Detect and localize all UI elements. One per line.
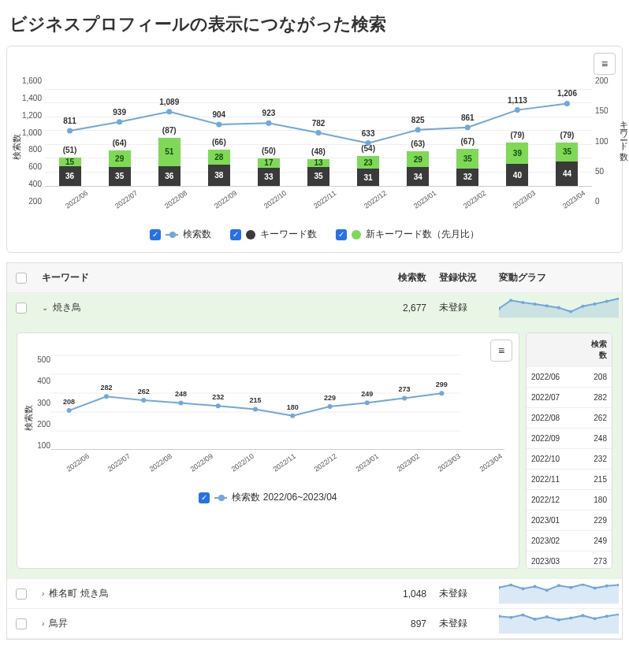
keyword-table: キーワード 検索数 登録状況 変動グラフ ⌄焼き鳥 2,677 未登録 ≡ 検索… [6,262,623,640]
svg-point-66 [569,616,572,619]
header-trend: 変動グラフ [496,263,622,292]
svg-point-35 [216,403,221,408]
row-checkbox[interactable] [16,588,27,600]
status-cell: 未登録 [433,293,496,322]
detail-plot: 208282262248232215180229249273299 [50,355,504,450]
select-all-checkbox[interactable] [16,273,27,284]
table-body: ⌄焼き鳥 2,677 未登録 ≡ 検索数 500400300200100 208… [7,293,622,639]
sparkline-cell [496,609,622,638]
svg-point-27 [67,408,72,413]
y-axis-right-label: キーワード数 [618,115,629,146]
keyword-cell[interactable]: ›椎名町 焼き鳥 [35,579,378,608]
svg-point-58 [605,584,609,587]
page-title: ビジネスプロフィールの表示につながった検索 [0,0,629,46]
svg-text:249: 249 [361,390,373,398]
searches-cell: 2,677 [378,293,433,322]
detail-table-row: 2023/03273 [527,551,612,569]
detail-data-table: 検索数 2022/062082022/072822022/082622022/0… [526,332,612,569]
svg-point-33 [178,400,183,405]
status-cell: 未登録 [433,609,496,638]
svg-text:299: 299 [436,381,448,388]
line-swatch [166,234,178,236]
checkbox-icon: ✓ [336,229,347,240]
svg-point-43 [365,400,370,405]
svg-point-17 [569,310,572,313]
dot-swatch [246,230,255,239]
svg-text:282: 282 [100,384,112,392]
detail-table-row: 2022/08262 [527,408,612,429]
svg-point-64 [545,614,549,618]
main-x-labels: 2022/062022/072022/082022/092022/102022/… [45,190,592,206]
main-legend: ✓検索数 ✓キーワード数 ✓新キーワード数（先月比） [13,228,616,241]
svg-text:208: 208 [63,398,75,406]
svg-point-13 [521,301,524,304]
svg-point-51 [521,587,524,590]
svg-point-54 [557,584,560,587]
table-header-row: キーワード 検索数 登録状況 変動グラフ [7,263,622,293]
svg-point-65 [557,618,560,621]
svg-point-55 [569,585,572,588]
chevron-right-icon: › [42,619,44,628]
table-row: ⌄焼き鳥 2,677 未登録 [7,293,622,323]
svg-text:273: 273 [399,385,411,393]
header-status[interactable]: 登録状況 [433,263,496,292]
searches-cell: 897 [378,609,433,638]
dot-swatch [352,230,361,239]
detail-table-row: 2023/02249 [527,531,612,551]
keyword-cell[interactable]: ›鳥昇 [35,609,378,638]
svg-text:229: 229 [324,394,336,402]
svg-point-68 [594,617,597,620]
detail-panel: ≡ 検索数 500400300200100 208282262248232215… [7,323,622,579]
detail-table-row: 2022/07282 [527,388,612,408]
svg-point-53 [545,588,549,592]
svg-text:232: 232 [212,393,224,401]
detail-table-row: 2022/11215 [527,470,612,490]
svg-point-52 [534,585,537,588]
detail-chart: ≡ 検索数 500400300200100 208282262248232215… [17,332,519,569]
svg-point-57 [594,586,597,589]
checkbox-icon: ✓ [150,229,161,240]
svg-point-41 [328,404,333,409]
svg-point-12 [509,299,512,302]
checkbox-icon: ✓ [230,229,241,240]
chart-menu-button[interactable]: ≡ [594,53,616,75]
svg-point-61 [509,615,512,618]
svg-point-19 [594,302,597,305]
svg-point-47 [439,391,444,395]
detail-table-row: 2022/06208 [527,367,612,388]
svg-point-37 [253,407,258,411]
svg-text:180: 180 [287,403,299,411]
row-checkbox[interactable] [16,618,27,629]
detail-legend-item[interactable]: ✓検索数 2022/06~2023/04 [199,491,337,504]
sparkline-cell [496,579,622,608]
header-keyword[interactable]: キーワード [35,263,378,292]
row-checkbox[interactable] [16,303,27,314]
svg-text:215: 215 [249,396,261,404]
table-row: ›鳥昇 897 未登録 [7,609,622,639]
detail-table-row: 2023/01229 [527,510,612,531]
svg-point-15 [545,304,549,307]
svg-point-45 [402,395,407,400]
svg-text:248: 248 [175,390,187,398]
main-plot-area: 3615(51)8113529(64)9393651(87)1,0893828(… [45,76,592,187]
svg-point-14 [534,302,537,305]
chevron-down-icon: ⌄ [42,303,48,312]
header-searches[interactable]: 検索数 [378,263,433,292]
header-checkbox-cell [7,263,35,292]
sparkline-cell [496,293,622,322]
legend-new-keywords[interactable]: ✓新キーワード数（先月比） [336,228,479,241]
main-chart-card: ≡ 検索数 キーワード数 1,6001,4001,2001,0008006004… [6,46,623,253]
chevron-right-icon: › [42,589,44,598]
svg-point-31 [141,398,146,403]
svg-point-29 [104,394,109,399]
svg-text:262: 262 [138,388,150,395]
legend-keywords[interactable]: ✓キーワード数 [230,228,317,241]
legend-search[interactable]: ✓検索数 [150,228,211,241]
detail-table-row: 2022/09248 [527,429,612,449]
svg-point-67 [581,614,584,617]
svg-point-39 [290,414,295,418]
detail-table-row: 2022/10232 [527,449,612,470]
detail-table-row: 2022/12180 [527,490,612,510]
keyword-cell[interactable]: ⌄焼き鳥 [35,293,378,322]
svg-point-20 [605,299,609,303]
